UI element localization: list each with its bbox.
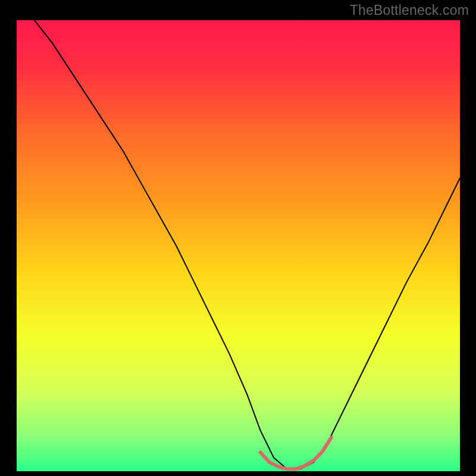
attribution-label: TheBottleneck.com (350, 2, 469, 18)
chart-plot-area (17, 20, 460, 471)
chart-svg (17, 20, 460, 471)
chart-background (17, 20, 460, 471)
chart-frame: TheBottleneck.com (0, 0, 476, 476)
